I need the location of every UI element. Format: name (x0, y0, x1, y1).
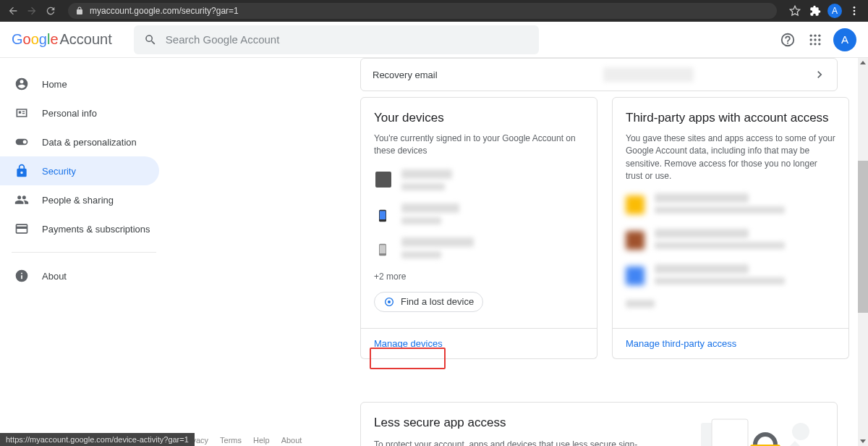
footer-link[interactable]: Help (253, 436, 270, 445)
account-avatar[interactable]: A (833, 28, 856, 51)
svg-point-0 (854, 7, 856, 9)
device-laptop-icon (375, 172, 391, 188)
svg-point-2 (854, 13, 856, 15)
url-text: myaccount.google.com/security?gar=1 (90, 6, 239, 16)
apps-icon[interactable] (801, 26, 829, 54)
google-account-logo[interactable]: Google Account (12, 31, 112, 48)
manage-devices-link-row: Manage devices (360, 328, 597, 359)
people-icon (14, 193, 29, 207)
menu-icon[interactable] (846, 3, 862, 19)
your-devices-card: Your devices You're currently signed in … (360, 97, 597, 329)
sidebar-item-about[interactable]: About (0, 261, 159, 290)
less-secure-card: Less secure app access To protect your a… (360, 402, 838, 446)
search-placeholder: Search Google Account (166, 33, 280, 46)
status-bar-url: https://myaccount.google.com/device-acti… (0, 433, 195, 446)
app-row[interactable] (626, 229, 835, 253)
svg-point-8 (818, 38, 820, 41)
svg-rect-15 (380, 245, 386, 254)
manage-third-party-row: Manage third-party access (612, 328, 849, 359)
svg-rect-19 (712, 419, 748, 446)
sidebar: Home Personal info Data & personalizatio… (0, 58, 168, 446)
footer-link[interactable]: Terms (220, 436, 242, 445)
device-row[interactable] (374, 169, 584, 190)
svg-point-1 (854, 10, 856, 12)
sidebar-item-payments[interactable]: Payments & subscriptions (0, 214, 159, 243)
app-row[interactable] (626, 264, 835, 288)
help-icon[interactable] (774, 26, 801, 54)
svg-rect-13 (380, 211, 386, 220)
svg-point-22 (792, 423, 809, 440)
app-row[interactable] (626, 193, 835, 217)
star-icon[interactable] (787, 3, 803, 19)
target-icon (383, 296, 395, 308)
search-input[interactable]: Search Google Account (134, 25, 539, 54)
sidebar-item-label: Data & personalization (42, 137, 137, 148)
search-icon (144, 33, 157, 46)
info-icon (14, 269, 29, 283)
device-phone-icon (375, 240, 391, 256)
svg-point-5 (818, 34, 820, 36)
sidebar-item-label: Payments & subscriptions (42, 224, 150, 235)
card-title: Your devices (374, 111, 584, 125)
more-devices[interactable]: +2 more (374, 272, 584, 282)
sidebar-item-personal-info[interactable]: Personal info (0, 98, 159, 127)
svg-point-11 (818, 43, 820, 45)
address-bar[interactable]: myaccount.google.com/security?gar=1 (68, 3, 777, 19)
svg-point-6 (810, 38, 812, 41)
card-desc: You gave these sites and apps access to … (626, 132, 835, 183)
scrollbar[interactable] (858, 58, 868, 446)
scroll-thumb[interactable] (858, 161, 868, 313)
card-desc: You're currently signed in to your Googl… (374, 132, 584, 158)
back-icon[interactable] (6, 4, 20, 18)
redacted-value (603, 67, 694, 82)
card-desc: To protect your account, apps and device… (374, 439, 642, 446)
id-card-icon (14, 106, 29, 120)
svg-point-9 (810, 43, 812, 45)
svg-point-17 (388, 300, 391, 303)
recovery-email-row[interactable]: Recovery email (360, 58, 838, 91)
footer-links: Privacy Terms Help About (182, 436, 302, 445)
device-row[interactable] (374, 203, 584, 224)
svg-point-10 (814, 43, 816, 45)
third-party-card: Third-party apps with account access You… (612, 97, 849, 329)
lock-icon (14, 164, 29, 178)
browser-chrome: myaccount.google.com/security?gar=1 A (0, 0, 868, 22)
chevron-right-icon (812, 67, 827, 82)
svg-point-3 (810, 34, 812, 36)
card-icon (14, 222, 29, 236)
manage-devices-link[interactable]: Manage devices (374, 338, 443, 349)
toggle-icon (14, 135, 29, 149)
recovery-label: Recovery email (373, 70, 438, 80)
card-title: Less secure app access (374, 416, 642, 430)
person-icon (14, 77, 29, 91)
divider (12, 252, 156, 253)
content: Recovery email Your devices You're curre… (168, 58, 868, 446)
sidebar-item-label: Home (42, 79, 67, 90)
sidebar-item-label: Security (42, 166, 76, 177)
sidebar-item-label: About (42, 271, 67, 282)
device-row[interactable] (374, 237, 584, 258)
device-phone-icon (375, 206, 391, 222)
scroll-up-icon[interactable] (860, 61, 866, 64)
extensions-icon[interactable] (807, 3, 823, 19)
sidebar-item-label: People & sharing (42, 195, 114, 206)
sidebar-item-security[interactable]: Security (0, 156, 159, 185)
page-header: Google Account Search Google Account A (0, 22, 868, 58)
forward-icon[interactable] (25, 4, 39, 18)
browser-avatar[interactable]: A (827, 4, 842, 18)
scroll-down-icon[interactable] (860, 439, 866, 443)
manage-third-party-link[interactable]: Manage third-party access (626, 338, 736, 349)
svg-point-7 (814, 38, 816, 41)
padlock-illustration (694, 416, 824, 446)
find-device-chip[interactable]: Find a lost device (374, 292, 483, 312)
card-title: Third-party apps with account access (626, 111, 835, 125)
sidebar-item-label: Personal info (42, 108, 97, 119)
sidebar-item-home[interactable]: Home (0, 70, 159, 98)
sidebar-item-data-personalization[interactable]: Data & personalization (0, 127, 159, 156)
lock-icon (75, 7, 84, 15)
footer-link[interactable]: About (281, 436, 302, 445)
svg-point-4 (814, 34, 816, 36)
sidebar-item-people-sharing[interactable]: People & sharing (0, 185, 159, 214)
reload-icon[interactable] (43, 4, 58, 18)
